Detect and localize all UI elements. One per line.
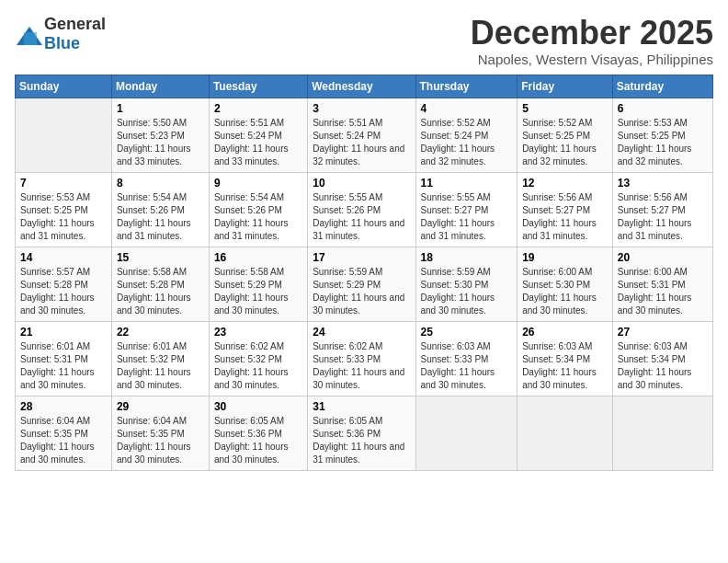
day-number: 9 (214, 177, 302, 190)
header-sunday: Sunday (16, 75, 112, 98)
sunrise-text: Sunrise: 5:51 AM (313, 117, 410, 130)
cell-content: Sunrise: 6:05 AM Sunset: 5:36 PM Dayligh… (214, 415, 302, 466)
week-row-4: 21 Sunrise: 6:01 AM Sunset: 5:31 PM Dayl… (16, 321, 713, 396)
sunset-text: Sunset: 5:24 PM (214, 130, 302, 143)
cell-content: Sunrise: 6:04 AM Sunset: 5:35 PM Dayligh… (117, 415, 204, 466)
calendar-cell: 28 Sunrise: 6:04 AM Sunset: 5:35 PM Dayl… (16, 396, 112, 470)
sunrise-text: Sunrise: 5:56 AM (522, 191, 608, 204)
page-header: General Blue December 2025 Napoles, West… (15, 15, 713, 67)
svg-marker-1 (24, 32, 37, 45)
calendar-cell: 21 Sunrise: 6:01 AM Sunset: 5:31 PM Dayl… (16, 321, 112, 396)
sunrise-text: Sunrise: 5:59 AM (313, 266, 410, 279)
daylight-text: Daylight: 11 hours and 30 minutes. (214, 292, 302, 317)
sunset-text: Sunset: 5:27 PM (421, 204, 513, 217)
calendar-cell: 11 Sunrise: 5:55 AM Sunset: 5:27 PM Dayl… (415, 172, 518, 247)
sunset-text: Sunset: 5:31 PM (618, 279, 708, 292)
week-row-2: 7 Sunrise: 5:53 AM Sunset: 5:25 PM Dayli… (16, 172, 713, 247)
day-number: 19 (522, 251, 608, 264)
cell-content: Sunrise: 5:59 AM Sunset: 5:29 PM Dayligh… (313, 266, 410, 317)
sunset-text: Sunset: 5:28 PM (117, 279, 204, 292)
calendar-cell: 26 Sunrise: 6:03 AM Sunset: 5:34 PM Dayl… (518, 321, 613, 396)
daylight-text: Daylight: 11 hours and 31 minutes. (421, 217, 513, 243)
day-number: 17 (313, 251, 410, 264)
calendar-cell: 17 Sunrise: 5:59 AM Sunset: 5:29 PM Dayl… (308, 247, 415, 321)
cell-content: Sunrise: 6:03 AM Sunset: 5:33 PM Dayligh… (421, 340, 513, 392)
day-number: 26 (522, 326, 608, 339)
daylight-text: Daylight: 11 hours and 30 minutes. (618, 366, 708, 392)
calendar-cell: 18 Sunrise: 5:59 AM Sunset: 5:30 PM Dayl… (415, 247, 518, 321)
cell-content: Sunrise: 5:54 AM Sunset: 5:26 PM Dayligh… (214, 191, 302, 243)
sunset-text: Sunset: 5:35 PM (20, 428, 107, 441)
sunset-text: Sunset: 5:25 PM (20, 204, 107, 217)
sunset-text: Sunset: 5:24 PM (421, 130, 513, 143)
day-number: 21 (20, 326, 107, 339)
location-title: Napoles, Western Visayas, Philippines (471, 52, 713, 67)
calendar-cell: 2 Sunrise: 5:51 AM Sunset: 5:24 PM Dayli… (209, 98, 307, 172)
sunrise-text: Sunrise: 6:05 AM (313, 415, 410, 428)
sunset-text: Sunset: 5:28 PM (20, 279, 107, 292)
sunrise-text: Sunrise: 5:55 AM (421, 191, 513, 204)
sunrise-text: Sunrise: 6:01 AM (117, 340, 204, 353)
header-tuesday: Tuesday (209, 75, 307, 98)
sunset-text: Sunset: 5:34 PM (618, 353, 708, 366)
calendar-body: 1 Sunrise: 5:50 AM Sunset: 5:23 PM Dayli… (16, 98, 713, 470)
day-number: 29 (117, 400, 204, 413)
day-number: 7 (20, 177, 107, 190)
cell-content: Sunrise: 6:01 AM Sunset: 5:31 PM Dayligh… (20, 340, 107, 392)
sunrise-text: Sunrise: 6:04 AM (117, 415, 204, 428)
sunrise-text: Sunrise: 5:58 AM (214, 266, 302, 279)
sunrise-text: Sunrise: 5:57 AM (20, 266, 107, 279)
daylight-text: Daylight: 11 hours and 30 minutes. (117, 292, 204, 317)
sunrise-text: Sunrise: 5:58 AM (117, 266, 204, 279)
week-row-1: 1 Sunrise: 5:50 AM Sunset: 5:23 PM Dayli… (16, 98, 713, 172)
cell-content: Sunrise: 6:03 AM Sunset: 5:34 PM Dayligh… (618, 340, 708, 392)
sunrise-text: Sunrise: 5:52 AM (522, 117, 608, 130)
daylight-text: Daylight: 11 hours and 30 minutes. (522, 366, 608, 392)
sunset-text: Sunset: 5:29 PM (313, 279, 410, 292)
logo-blue: Blue (44, 34, 80, 52)
day-number: 24 (313, 326, 410, 339)
calendar-cell: 5 Sunrise: 5:52 AM Sunset: 5:25 PM Dayli… (518, 98, 613, 172)
daylight-text: Daylight: 11 hours and 30 minutes. (421, 366, 513, 392)
cell-content: Sunrise: 6:00 AM Sunset: 5:30 PM Dayligh… (522, 266, 608, 317)
sunset-text: Sunset: 5:36 PM (313, 428, 410, 441)
sunset-text: Sunset: 5:36 PM (214, 428, 302, 441)
daylight-text: Daylight: 11 hours and 30 minutes. (20, 292, 107, 317)
calendar-cell: 13 Sunrise: 5:56 AM Sunset: 5:27 PM Dayl… (612, 172, 712, 247)
header-friday: Friday (518, 75, 613, 98)
sunrise-text: Sunrise: 5:56 AM (618, 191, 708, 204)
daylight-text: Daylight: 11 hours and 30 minutes. (421, 292, 513, 317)
sunrise-text: Sunrise: 6:00 AM (618, 266, 708, 279)
cell-content: Sunrise: 5:54 AM Sunset: 5:26 PM Dayligh… (117, 191, 204, 243)
cell-content: Sunrise: 5:59 AM Sunset: 5:30 PM Dayligh… (421, 266, 513, 317)
sunrise-text: Sunrise: 5:53 AM (20, 191, 107, 204)
sunrise-text: Sunrise: 5:59 AM (421, 266, 513, 279)
daylight-text: Daylight: 11 hours and 30 minutes. (313, 366, 410, 392)
daylight-text: Daylight: 11 hours and 33 minutes. (214, 143, 302, 168)
day-number: 1 (117, 102, 204, 115)
sunset-text: Sunset: 5:27 PM (618, 204, 708, 217)
cell-content: Sunrise: 5:55 AM Sunset: 5:26 PM Dayligh… (313, 191, 410, 243)
header-monday: Monday (111, 75, 209, 98)
daylight-text: Daylight: 11 hours and 30 minutes. (214, 366, 302, 392)
daylight-text: Daylight: 11 hours and 30 minutes. (522, 292, 608, 317)
calendar-cell: 19 Sunrise: 6:00 AM Sunset: 5:30 PM Dayl… (518, 247, 613, 321)
sunset-text: Sunset: 5:35 PM (117, 428, 204, 441)
cell-content: Sunrise: 5:56 AM Sunset: 5:27 PM Dayligh… (522, 191, 608, 243)
month-title: December 2025 (471, 15, 713, 52)
cell-content: Sunrise: 5:58 AM Sunset: 5:28 PM Dayligh… (117, 266, 204, 317)
sunrise-text: Sunrise: 5:55 AM (313, 191, 410, 204)
day-number: 31 (313, 400, 410, 413)
cell-content: Sunrise: 6:04 AM Sunset: 5:35 PM Dayligh… (20, 415, 107, 466)
sunset-text: Sunset: 5:26 PM (313, 204, 410, 217)
sunset-text: Sunset: 5:23 PM (117, 130, 204, 143)
sunset-text: Sunset: 5:32 PM (214, 353, 302, 366)
daylight-text: Daylight: 11 hours and 31 minutes. (214, 217, 302, 243)
calendar-cell: 7 Sunrise: 5:53 AM Sunset: 5:25 PM Dayli… (16, 172, 112, 247)
day-number: 20 (618, 251, 708, 264)
sunrise-text: Sunrise: 6:02 AM (214, 340, 302, 353)
calendar-cell: 14 Sunrise: 5:57 AM Sunset: 5:28 PM Dayl… (16, 247, 112, 321)
sunset-text: Sunset: 5:33 PM (313, 353, 410, 366)
logo: General Blue (15, 15, 106, 53)
daylight-text: Daylight: 11 hours and 31 minutes. (313, 441, 410, 466)
